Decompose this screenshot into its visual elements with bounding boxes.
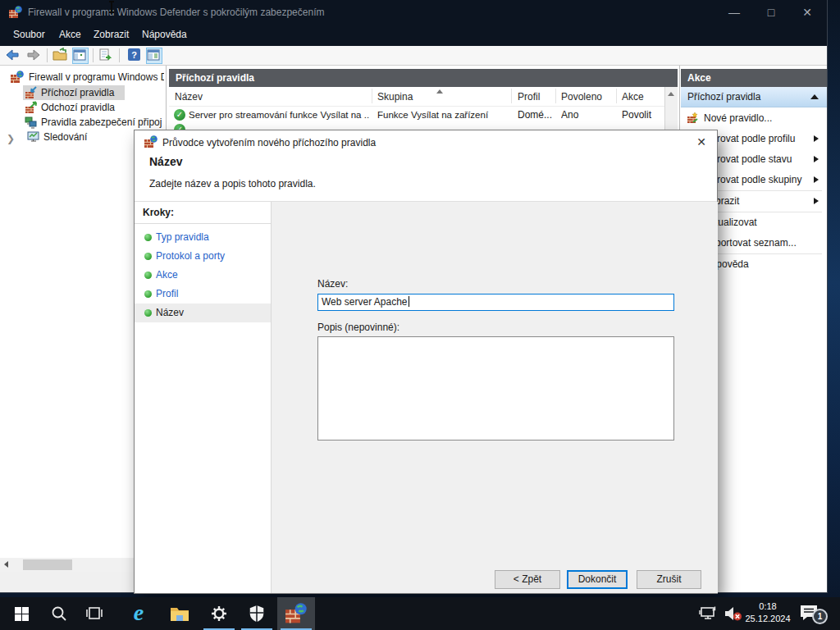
maximize-button[interactable]: □ xyxy=(753,0,789,25)
scroll-up-icon[interactable] xyxy=(668,92,674,96)
action-new-rule[interactable]: Nové pravidlo... xyxy=(681,107,827,129)
rule-profile: Domé... xyxy=(518,107,557,124)
column-header-name[interactable]: Název xyxy=(175,91,203,103)
back-icon[interactable] xyxy=(5,48,21,64)
wizard-page-subtitle: Zadejte název a popis tohoto pravidla. xyxy=(149,178,316,189)
window-titlebar: Firewall v programu Windows Defender s p… xyxy=(0,0,827,25)
new-rule-icon xyxy=(686,112,699,125)
tree-item-outbound-rules[interactable]: Odchozí pravidla xyxy=(23,100,146,115)
rule-enabled: Ano xyxy=(561,107,610,124)
tree-item-connection-security[interactable]: Pravidla zabezpečení připoj xyxy=(23,115,164,130)
menu-file[interactable]: Soubor xyxy=(13,29,45,40)
tree-item-label: Odchozí pravidla xyxy=(41,100,115,115)
column-header-profile[interactable]: Profil xyxy=(518,91,540,103)
name-field-label: Název: xyxy=(317,278,348,290)
finish-button[interactable]: Dokončit xyxy=(567,570,628,589)
search-icon[interactable] xyxy=(40,597,78,630)
tree-root[interactable]: Firewall v programu Windows D xyxy=(0,70,164,84)
minimize-button[interactable]: — xyxy=(716,0,752,25)
help-icon[interactable]: ? xyxy=(127,48,144,64)
scrollbar-thumb[interactable] xyxy=(23,559,72,570)
monitoring-icon xyxy=(27,130,40,144)
app-icon xyxy=(9,6,22,19)
notification-badge[interactable]: 1 xyxy=(812,609,828,624)
step-bullet-icon xyxy=(144,272,152,279)
action-label: Nové pravidlo... xyxy=(704,107,772,129)
outbound-rules-icon xyxy=(25,101,38,114)
console-tree-icon[interactable] xyxy=(146,48,162,64)
rule-enabled-icon: ✓ xyxy=(174,109,185,121)
submenu-arrow-icon xyxy=(814,156,819,162)
step-label: Profil xyxy=(156,285,178,304)
menu-help[interactable]: Nápověda xyxy=(142,29,187,40)
toolbar: ? xyxy=(0,46,827,66)
firewall-app-icon[interactable] xyxy=(277,597,315,630)
clock-time: 0:18 xyxy=(742,600,793,613)
network-icon[interactable] xyxy=(699,605,717,622)
input-caret xyxy=(409,296,409,307)
step-bullet-icon xyxy=(144,309,152,317)
tree-item-label: Příchozí pravidla xyxy=(41,85,114,100)
wizard-close-icon[interactable]: ✕ xyxy=(689,132,714,152)
menu-bar: Soubor Akce Zobrazit Nápověda xyxy=(0,25,827,46)
svg-text:?: ? xyxy=(131,50,137,60)
rule-name-input[interactable]: Web server Apache xyxy=(317,294,674,311)
step-name[interactable]: Název xyxy=(135,304,271,322)
forward-icon[interactable] xyxy=(26,48,43,64)
taskbar: e 0:18 25.12.2024 xyxy=(0,597,840,630)
step-bullet-icon xyxy=(144,234,152,241)
rule-name: Server pro streamování funkce Vysílat na… xyxy=(189,107,369,124)
wizard-steps-panel: Kroky: Typ pravidla Protokol a porty Akc… xyxy=(135,202,272,593)
rules-panel-header: Příchozí pravidla xyxy=(169,69,678,87)
list-export-icon[interactable] xyxy=(98,48,115,64)
wizard-title: Průvodce vytvořením nového příchozího pr… xyxy=(162,137,376,148)
internet-explorer-icon[interactable]: e xyxy=(120,597,158,630)
column-header-group[interactable]: Skupina xyxy=(377,91,413,103)
clock-date: 25.12.2024 xyxy=(742,613,793,625)
window-title: Firewall v programu Windows Defender s p… xyxy=(28,7,324,18)
start-button[interactable] xyxy=(2,597,40,630)
back-button[interactable]: < Zpět xyxy=(495,570,560,589)
settings-gear-icon[interactable] xyxy=(200,597,238,630)
step-label: Protokol a porty xyxy=(156,247,225,266)
collapse-icon[interactable] xyxy=(810,94,819,99)
step-action[interactable]: Akce xyxy=(135,266,271,285)
close-button[interactable]: ✕ xyxy=(789,0,825,25)
inbound-rules-icon xyxy=(25,86,38,99)
task-view-icon[interactable] xyxy=(75,597,113,630)
speaker-muted-icon[interactable] xyxy=(724,605,743,622)
step-label: Akce xyxy=(156,266,178,285)
step-bullet-icon xyxy=(144,290,152,298)
desktop: Firewall v programu Windows Defender s p… xyxy=(0,0,840,630)
step-label: Typ pravidla xyxy=(156,228,209,247)
rule-action: Povolit xyxy=(622,107,663,124)
tree-item-inbound-rules[interactable]: Příchozí pravidla xyxy=(23,85,125,100)
sort-ascending-icon xyxy=(436,89,443,94)
column-header-enabled[interactable]: Povoleno xyxy=(561,91,602,103)
export-icon[interactable] xyxy=(52,48,69,64)
defender-shield-icon[interactable] xyxy=(238,597,276,630)
file-explorer-icon[interactable] xyxy=(161,597,199,630)
column-header-action[interactable]: Akce xyxy=(622,91,644,103)
tree-item-label: Pravidla zabezpečení připoj xyxy=(41,115,162,130)
connection-security-icon xyxy=(25,116,38,129)
tree-item-label: Sledování xyxy=(43,130,87,144)
step-rule-type[interactable]: Typ pravidla xyxy=(135,228,271,247)
step-protocol-ports[interactable]: Protokol a porty xyxy=(135,247,271,266)
menu-view[interactable]: Zobrazit xyxy=(94,29,129,40)
menu-action[interactable]: Akce xyxy=(59,29,81,40)
tree-root-label: Firewall v programu Windows D xyxy=(29,70,164,84)
description-field-label: Popis (nepovinné): xyxy=(317,322,399,333)
step-profile[interactable]: Profil xyxy=(135,285,271,304)
console-window-icon[interactable] xyxy=(72,48,89,64)
scroll-left-icon[interactable] xyxy=(4,561,8,568)
actions-section-inbound-rules[interactable]: Příchozí pravidla xyxy=(681,87,827,107)
submenu-arrow-icon xyxy=(814,176,819,183)
steps-heading: Kroky: xyxy=(143,207,174,218)
cancel-button[interactable]: Zrušit xyxy=(637,570,701,589)
chevron-right-icon[interactable]: ❯ xyxy=(7,131,15,146)
firewall-root-icon xyxy=(11,71,24,84)
actions-section-label: Příchozí pravidla xyxy=(687,87,760,107)
rule-description-input[interactable] xyxy=(317,336,674,441)
taskbar-clock[interactable]: 0:18 25.12.2024 xyxy=(742,600,793,625)
